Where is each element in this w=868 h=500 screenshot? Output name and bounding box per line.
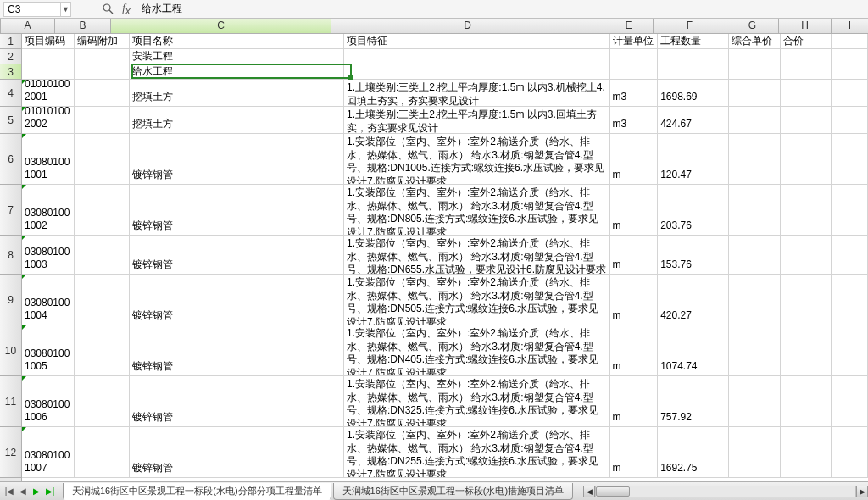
cell[interactable]: 镀锌钢管 <box>130 134 344 185</box>
cell[interactable]: 1.安装部位（室内、室外）:室外2.输送介质（给水、排水、热媒体、燃气、雨水）:… <box>344 185 609 236</box>
cell[interactable] <box>729 376 781 427</box>
cell[interactable] <box>75 325 129 376</box>
cell[interactable] <box>729 427 781 478</box>
cell[interactable]: m <box>610 185 659 236</box>
cell[interactable] <box>832 275 868 325</box>
cell[interactable]: 1.安装部位（室内、室外）:室外2.输送介质（给水、排水、热媒体、燃气、雨水）:… <box>344 275 609 325</box>
cell[interactable] <box>75 185 129 236</box>
cell[interactable] <box>781 49 832 64</box>
cell[interactable]: 030801001005 <box>22 325 75 376</box>
cell[interactable] <box>729 275 781 325</box>
scroll-thumb[interactable] <box>596 486 630 497</box>
cell[interactable]: 安装工程 <box>130 49 344 64</box>
cell[interactable] <box>729 80 781 107</box>
cell[interactable]: m <box>610 427 659 478</box>
cell[interactable]: 计量单位 <box>610 34 659 49</box>
col-header-A[interactable]: A <box>1 19 55 33</box>
cell[interactable]: 120.47 <box>658 134 729 185</box>
cell[interactable]: m <box>610 236 659 275</box>
cell[interactable] <box>729 107 781 134</box>
cell[interactable]: m <box>610 325 659 376</box>
cell[interactable] <box>832 185 868 236</box>
row-header[interactable]: 12 <box>0 427 21 478</box>
sheet-tab[interactable]: 天润城16街区中区景观工程一标段(水电)措施项目清单 <box>333 483 574 500</box>
scroll-right-icon[interactable]: ▶ <box>856 486 868 497</box>
tab-last-icon[interactable]: ▶| <box>44 486 56 497</box>
cell[interactable] <box>344 64 609 80</box>
cell[interactable]: 编码附加 <box>75 34 129 49</box>
row-header[interactable]: 5 <box>0 107 21 134</box>
cell[interactable] <box>610 64 659 80</box>
cell[interactable] <box>832 376 868 427</box>
cell[interactable]: 合价 <box>781 34 832 49</box>
cells-area[interactable]: 项目编码编码附加项目名称项目特征计量单位工程数量综合单价合价安装工程给水工程01… <box>22 34 868 481</box>
cell[interactable] <box>832 64 868 80</box>
cell[interactable] <box>75 376 129 427</box>
cell[interactable] <box>75 107 129 134</box>
cell[interactable] <box>832 427 868 478</box>
cell[interactable] <box>832 236 868 275</box>
cell[interactable] <box>658 64 729 80</box>
cell[interactable] <box>75 236 129 275</box>
cell[interactable] <box>781 376 832 427</box>
row-header[interactable]: 4 <box>0 80 21 107</box>
col-header-B[interactable]: B <box>55 19 111 33</box>
cell[interactable] <box>781 275 832 325</box>
cell[interactable] <box>781 325 832 376</box>
col-header-D[interactable]: D <box>331 19 604 33</box>
cell[interactable] <box>729 185 781 236</box>
cell[interactable] <box>781 185 832 236</box>
cell[interactable] <box>781 134 832 185</box>
cell[interactable]: 挖填土方 <box>130 107 344 134</box>
cell[interactable]: m <box>610 376 659 427</box>
cell[interactable]: 镀锌钢管 <box>130 427 344 478</box>
scroll-track[interactable] <box>595 486 856 497</box>
cell[interactable]: 1692.75 <box>658 427 729 478</box>
cell[interactable]: m <box>610 134 659 185</box>
col-header-C[interactable]: C <box>111 19 331 33</box>
scroll-left-icon[interactable]: ◀ <box>583 486 595 497</box>
cell[interactable]: 1.安装部位（室内、室外）:室外2.输送介质（给水、排水、热媒体、燃气、雨水）:… <box>344 325 609 376</box>
cell[interactable] <box>75 275 129 325</box>
cell[interactable]: 424.67 <box>658 107 729 134</box>
row-header[interactable]: 1 <box>0 34 21 49</box>
cell[interactable] <box>75 80 129 107</box>
cell[interactable] <box>729 325 781 376</box>
cell[interactable] <box>832 134 868 185</box>
cell[interactable] <box>781 80 832 107</box>
tab-first-icon[interactable]: |◀ <box>3 486 15 497</box>
cell[interactable] <box>781 427 832 478</box>
tab-prev-icon[interactable]: ◀ <box>17 486 29 497</box>
cell[interactable]: 项目名称 <box>130 34 344 49</box>
row-header[interactable]: 11 <box>0 376 21 427</box>
formula-input[interactable] <box>136 2 868 17</box>
cell[interactable]: 030801001007 <box>22 427 75 478</box>
search-icon[interactable] <box>101 3 114 16</box>
col-header-G[interactable]: G <box>726 19 779 33</box>
cell[interactable]: 综合单价 <box>729 34 781 49</box>
cell[interactable] <box>832 80 868 107</box>
cell[interactable]: 1.安装部位（室内、室外）:室外2.输送介质（给水、排水、热媒体、燃气、雨水）:… <box>344 376 609 427</box>
cell[interactable]: 153.76 <box>658 236 729 275</box>
cell[interactable] <box>832 107 868 134</box>
cell[interactable]: 1.土壤类别:三类土2.挖土平均厚度:1.5m 以内3.回填土夯实，夯实要求见设… <box>344 107 609 134</box>
cell[interactable] <box>781 236 832 275</box>
cell[interactable] <box>781 64 832 80</box>
cell[interactable]: 镀锌钢管 <box>130 325 344 376</box>
fx-icon[interactable]: fx <box>120 3 133 16</box>
cell[interactable]: 1.安装部位（室内、室外）:室外2.输送介质（给水、排水、热媒体、燃气、雨水）:… <box>344 236 609 275</box>
cell[interactable] <box>22 64 75 80</box>
cell[interactable]: 010101002002 <box>22 107 75 134</box>
cell[interactable] <box>729 49 781 64</box>
cell[interactable]: m <box>610 275 659 325</box>
cell[interactable]: 010101002001 <box>22 80 75 107</box>
cell[interactable]: 镀锌钢管 <box>130 236 344 275</box>
cell[interactable]: 项目特征 <box>344 34 609 49</box>
cell[interactable]: 1.安装部位（室内、室外）:室外2.输送介质（给水、排水、热媒体、燃气、雨水）:… <box>344 134 609 185</box>
cell[interactable]: 757.92 <box>658 376 729 427</box>
cell[interactable] <box>832 34 868 49</box>
col-header-E[interactable]: E <box>604 19 654 33</box>
name-box-dropdown[interactable]: ▼ <box>61 2 71 17</box>
cell[interactable]: 1074.74 <box>658 325 729 376</box>
cell[interactable]: 镀锌钢管 <box>130 275 344 325</box>
